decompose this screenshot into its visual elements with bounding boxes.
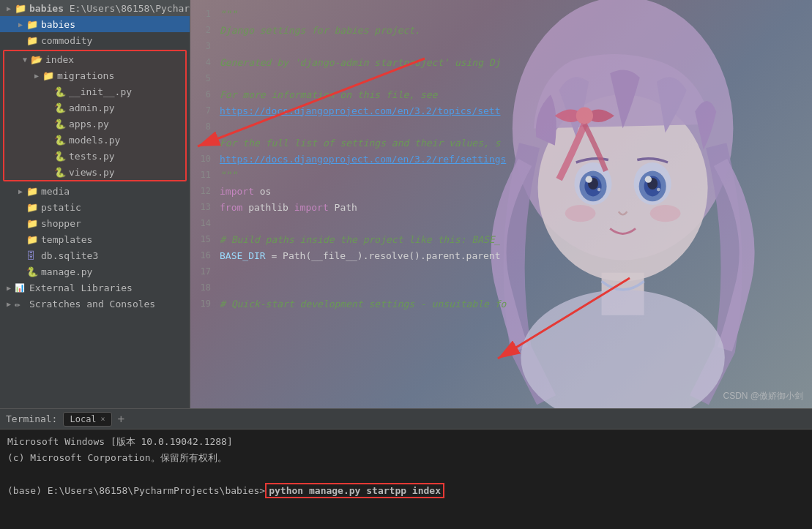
tree-label-views: views.py: [69, 167, 182, 178]
line-num-6: 6: [190, 89, 220, 100]
folder-icon-commodity: 📁: [26, 35, 38, 46]
folder-icon-media: 📁: [26, 186, 38, 197]
line-num-5: 5: [190, 73, 220, 83]
tree-item-models-py[interactable]: 🐍 models.py: [4, 132, 185, 148]
terminal-line-2: (c) Microsoft Corporation。保留所有权利。: [7, 450, 805, 466]
line-num-11: 11: [190, 170, 220, 180]
code-text-10: https://docs.djangoproject.com/en/3.2/re…: [220, 154, 506, 165]
code-line-15: 15 # Build paths inside the project like…: [190, 231, 812, 247]
line-num-14: 14: [190, 218, 220, 228]
terminal-line-4: (base) E:\Users\86158\PycharmProjects\ba…: [7, 482, 805, 498]
tree-item-index[interactable]: ▼ 📂 index: [4, 51, 185, 67]
code-line-9: 9 For the full list of settings and thei…: [190, 135, 812, 151]
tree-item-tests-py[interactable]: 🐍 tests.py: [4, 148, 185, 164]
py-icon-apps: 🐍: [54, 119, 66, 130]
watermark-text: CSDN @傲娇御小剑: [723, 390, 803, 402]
tree-label-index: index: [45, 54, 182, 65]
line-num-3: 3: [190, 41, 220, 51]
tree-item-ext-lib[interactable]: ▶ 📊 External Libraries: [0, 279, 190, 296]
tree-label-babies-root: babies E:\Users\86158\PycharmProjects\ba…: [29, 3, 190, 14]
code-text-13: from pathlib import Path: [220, 202, 357, 213]
terminal-add-button[interactable]: +: [115, 412, 128, 426]
code-line-14: 14: [190, 215, 812, 231]
code-line-4: 4 Generated by 'django-admin startprojec…: [190, 54, 812, 70]
tree-item-pstatic[interactable]: 📁 pstatic: [0, 199, 190, 215]
line-num-19: 19: [190, 299, 220, 309]
code-line-19: 19 # Quick-start development settings - …: [190, 296, 812, 312]
terminal-tab-local[interactable]: Local ×: [63, 412, 111, 427]
terminal-content[interactable]: Microsoft Windows [版本 10.0.19042.1288] (…: [0, 429, 812, 529]
terminal-line-3: [7, 466, 805, 482]
tree-label-manage: manage.py: [41, 266, 187, 277]
code-editor[interactable]: 1 """ 2 Django settings for babies proje…: [190, 0, 812, 408]
line-num-1: 1: [190, 9, 220, 19]
py-icon-admin: 🐍: [54, 102, 66, 113]
py-icon-init: 🐍: [54, 86, 66, 97]
tree-item-templates[interactable]: 📁 templates: [0, 231, 190, 247]
tree-item-commodity[interactable]: 📁 commodity: [0, 32, 190, 48]
tree-item-admin-py[interactable]: 🐍 admin.py: [4, 100, 185, 116]
code-line-13: 13 from pathlib import Path: [190, 199, 812, 215]
terminal-text-2: (c) Microsoft Corporation。保留所有权利。: [7, 451, 227, 465]
code-line-2: 2 Django settings for babies project.: [190, 22, 812, 38]
folder-icon-migrations: 📁: [42, 70, 54, 81]
code-text-15: # Build paths inside the project like th…: [220, 234, 501, 245]
tree-label-models: models.py: [69, 135, 182, 146]
code-line-18: 18: [190, 279, 812, 296]
tree-item-apps-py[interactable]: 🐍 apps.py: [4, 116, 185, 132]
line-num-12: 12: [190, 186, 220, 196]
code-line-8: 8: [190, 119, 812, 135]
folder-icon-shopper: 📁: [26, 218, 38, 229]
tree-item-init-py[interactable]: 🐍 __init__.py: [4, 83, 185, 100]
py-icon-views: 🐍: [54, 167, 66, 178]
tree-label-media: media: [41, 186, 187, 197]
terminal-close-icon[interactable]: ×: [101, 415, 105, 423]
tree-label-ext: External Libraries: [29, 282, 187, 293]
code-line-6: 6 For more information on this file, see: [190, 86, 812, 102]
tree-item-views-py[interactable]: 🐍 views.py: [4, 164, 185, 180]
tree-label-babies: babies: [41, 19, 187, 30]
code-text-1: """: [220, 9, 236, 20]
tree-item-shopper[interactable]: 📁 shopper: [0, 215, 190, 231]
tree-label-tests: tests.py: [69, 151, 182, 162]
terminal-panel: Terminal: Local × + Microsoft Windows [版…: [0, 408, 812, 529]
terminal-text-1: Microsoft Windows [版本 10.0.19042.1288]: [7, 435, 233, 449]
tree-item-manage-py[interactable]: 🐍 manage.py: [0, 263, 190, 279]
tree-label-shopper: shopper: [41, 218, 187, 229]
file-tree-sidebar: ▶ 📁 babies E:\Users\86158\PycharmProject…: [0, 0, 190, 408]
py-icon-manage: 🐍: [26, 266, 38, 277]
tree-item-migrations[interactable]: ▶ 📁 migrations: [4, 67, 185, 83]
py-icon-tests: 🐍: [54, 151, 66, 162]
tree-item-scratches[interactable]: ▶ ✏️ Scratches and Consoles: [0, 296, 190, 312]
code-text-11: """: [220, 170, 236, 181]
code-line-16: 16 BASE_DIR = Path(__file__).resolve().p…: [190, 247, 812, 263]
tree-label-apps: apps.py: [69, 119, 182, 130]
code-text-16: BASE_DIR = Path(__file__).resolve().pare…: [220, 250, 501, 261]
terminal-line-1: Microsoft Windows [版本 10.0.19042.1288]: [7, 434, 805, 450]
main-area: ▶ 📁 babies E:\Users\86158\PycharmProject…: [0, 0, 812, 408]
folder-icon-templates: 📁: [26, 234, 38, 245]
db-icon-sqlite: 🗄: [26, 250, 38, 261]
line-num-9: 9: [190, 138, 220, 148]
code-line-12: 12 import os: [190, 183, 812, 199]
code-line-5: 5: [190, 70, 812, 86]
line-num-15: 15: [190, 234, 220, 244]
code-line-7: 7 https://docs.djangoproject.com/en/3.2/…: [190, 102, 812, 119]
terminal-prefix: (base) E:\Users\86158\PycharmProjects\ba…: [7, 485, 265, 496]
arrow-babies: ▶: [15, 20, 26, 29]
arrow-scratches: ▶: [3, 300, 15, 308]
line-num-17: 17: [190, 266, 220, 277]
line-num-18: 18: [190, 282, 220, 293]
code-line-10: 10 https://docs.djangoproject.com/en/3.2…: [190, 151, 812, 167]
tree-item-babies[interactable]: ▶ 📁 babies: [0, 16, 190, 32]
code-text-7: https://docs.djangoproject.com/en/3.2/to…: [220, 105, 501, 116]
tree-item-db-sqlite3[interactable]: 🗄 db.sqlite3: [0, 247, 190, 263]
tree-item-media[interactable]: ▶ 📁 media: [0, 183, 190, 199]
code-line-17: 17: [190, 263, 812, 279]
ext-lib-icon: 📊: [15, 283, 26, 293]
line-num-16: 16: [190, 250, 220, 260]
tree-item-babies-root[interactable]: ▶ 📁 babies E:\Users\86158\PycharmProject…: [0, 0, 190, 16]
tree-label-init: __init__.py: [69, 86, 182, 97]
code-text-2: Django settings for babies project.: [220, 25, 420, 36]
code-text-6: For more information on this file, see: [220, 89, 437, 100]
